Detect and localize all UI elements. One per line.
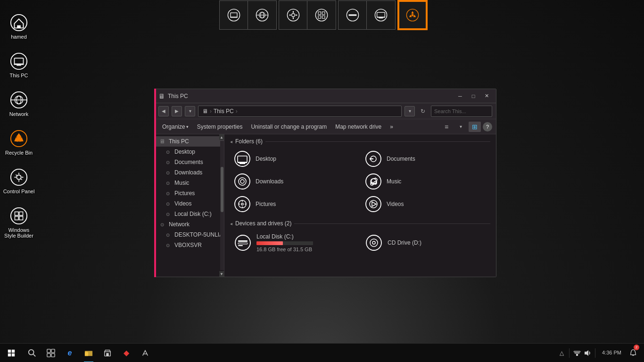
toolbar-btn-recycle[interactable] <box>398 1 427 29</box>
svg-point-2 <box>11 53 27 69</box>
desktop-icon-this-pc[interactable]: This PC <box>0 48 38 82</box>
forward-button[interactable]: ▶ <box>172 106 182 116</box>
search-button[interactable] <box>23 344 41 362</box>
sidebar-item-desktop[interactable]: ⊙ Desktop <box>155 147 224 157</box>
tray-volume-icon[interactable] <box>583 348 592 358</box>
desktop-icon-control-panel[interactable]: Control Panel <box>0 164 38 198</box>
svg-marker-93 <box>585 350 588 356</box>
toolbar-btn-settings[interactable] <box>279 1 307 29</box>
pc-icon <box>9 52 28 71</box>
home-icon <box>9 13 28 32</box>
view-dropdown-button[interactable]: ▾ <box>454 122 467 132</box>
explorer-taskbar-button[interactable] <box>79 344 98 362</box>
network-icon <box>9 90 28 109</box>
folder-item-downloads[interactable]: Downloads <box>230 171 359 192</box>
sidebar-item-documents[interactable]: ⊙ Documents <box>155 157 224 167</box>
menu-organize-arrow: ▾ <box>186 124 189 129</box>
sidebar-label-vboxsvr: VBOXSVR <box>174 242 202 248</box>
desktop-icon-network[interactable]: Network <box>0 87 38 121</box>
window-title-left: 🖥 This PC <box>158 92 188 100</box>
sidebar-scrollbar-thumb[interactable] <box>221 167 223 212</box>
view-tiles-button[interactable]: ⊞ <box>469 122 481 132</box>
app2-taskbar-button[interactable] <box>136 344 155 362</box>
close-button[interactable]: ✕ <box>481 92 492 100</box>
sidebar-item-this-pc[interactable]: 🖥 This PC <box>155 136 224 147</box>
search-box[interactable]: Search This... <box>431 106 492 117</box>
notification-button[interactable]: 2 <box>626 344 640 362</box>
tray-arrow-icon[interactable]: △ <box>557 348 566 358</box>
menu-system-properties[interactable]: System properties <box>193 122 247 132</box>
sidebar-scrollbar-track[interactable] <box>220 141 224 270</box>
svg-rect-14 <box>15 212 18 215</box>
svg-rect-45 <box>238 162 247 163</box>
sidebar-item-vboxsvr[interactable]: ⊙ VBOXSVR <box>155 240 224 250</box>
sidebar-item-videos[interactable]: ⊙ Videos <box>155 198 224 209</box>
drives-triangle[interactable]: ◂ <box>230 221 232 226</box>
start-button[interactable] <box>0 344 23 362</box>
svg-point-73 <box>370 239 378 247</box>
svg-rect-4 <box>14 64 24 65</box>
desktop-icon-hamed[interactable]: hamed <box>0 9 38 43</box>
edge-button[interactable]: e <box>60 344 79 362</box>
sidebar-item-local-disk[interactable]: ⊙ Local Disk (C:) <box>155 209 224 219</box>
clock[interactable]: 4:36 PM <box>598 349 625 356</box>
view-details-button[interactable]: ≡ <box>440 122 453 132</box>
svg-point-25 <box>287 9 299 21</box>
folders-title: Folders (6) <box>235 138 263 145</box>
minimize-button[interactable]: ─ <box>454 92 466 100</box>
menu-bar: Organize ▾ System properties Uninstall o… <box>155 119 496 134</box>
drive-item-c[interactable]: Local Disk (C:) 16.8 GB free of 31.5 GB <box>230 230 359 255</box>
folder-item-pictures[interactable]: Pictures <box>230 194 359 214</box>
explorer-window: 🖥 This PC ─ □ ✕ ◀ ▶ ▾ 🖥 › This PC › ▾ ↻ … <box>154 89 496 277</box>
svg-rect-20 <box>230 17 237 17</box>
maximize-button[interactable]: □ <box>468 92 479 100</box>
folder-item-videos[interactable]: Videos <box>361 194 490 214</box>
svg-marker-67 <box>372 202 376 206</box>
folder-item-desktop[interactable]: Desktop <box>230 148 359 169</box>
address-text: This PC <box>214 108 234 115</box>
toolbar-btn-display[interactable] <box>367 1 395 29</box>
folder-item-documents[interactable]: Documents <box>361 148 490 169</box>
window-controls: ─ □ ✕ <box>454 92 492 100</box>
svg-rect-39 <box>377 12 385 17</box>
sidebar-item-pictures[interactable]: ⊙ Pictures <box>155 188 224 198</box>
folders-triangle[interactable]: ◂ <box>230 139 232 144</box>
toolbar-btn-minus[interactable] <box>339 1 367 29</box>
drive-item-d[interactable]: CD Drive (D:) <box>361 230 490 255</box>
menu-organize[interactable]: Organize ▾ <box>158 122 192 132</box>
desktop-icon-style-builder[interactable]: Windows Style Builder <box>0 203 38 242</box>
sidebar-item-downloads[interactable]: ⊙ Downloads <box>155 167 224 178</box>
search-placeholder: Search This... <box>434 108 466 114</box>
address-pc-icon: 🖥 <box>202 108 208 115</box>
toolbar-btn-pc[interactable] <box>220 1 248 29</box>
help-button[interactable]: ? <box>483 122 492 132</box>
svg-point-26 <box>291 14 295 17</box>
svg-rect-71 <box>238 245 243 246</box>
tray-network-icon[interactable] <box>572 348 582 358</box>
toolbar-btn-apps[interactable] <box>307 1 336 29</box>
desktop-icon-recycle-bin[interactable]: Recycle Bin <box>0 125 38 159</box>
dropdown-button[interactable]: ▾ <box>185 106 195 116</box>
menu-uninstall[interactable]: Uninstall or change a program <box>247 122 330 132</box>
toolbar-btn-network[interactable] <box>248 1 276 29</box>
menu-map-drive[interactable]: Map network drive <box>331 122 385 132</box>
back-button[interactable]: ◀ <box>158 106 169 116</box>
address-dropdown-button[interactable]: ▾ <box>405 106 415 116</box>
refresh-button[interactable]: ↻ <box>418 106 428 116</box>
sidebar-item-network[interactable]: ⊙ Network <box>155 219 224 230</box>
app1-taskbar-button[interactable]: ◆ <box>117 344 136 362</box>
svg-point-13 <box>11 208 27 224</box>
sidebar-item-desktop5unliac[interactable]: ⊙ DESKTOP-5UNLIAC <box>155 230 224 240</box>
svg-rect-1 <box>17 25 21 28</box>
sidebar-scroll-down[interactable]: ▼ <box>219 271 224 277</box>
sidebar-item-music[interactable]: ⊙ Music <box>155 178 224 188</box>
drive-icon-c <box>234 234 252 252</box>
store-taskbar-button[interactable] <box>98 344 117 362</box>
folder-item-music[interactable]: Music <box>361 171 490 192</box>
address-path[interactable]: 🖥 › This PC › <box>198 106 402 117</box>
sidebar-scroll-up[interactable]: ▲ <box>219 134 224 140</box>
toolbar-group-2 <box>279 0 336 30</box>
task-view-button[interactable] <box>41 344 60 362</box>
menu-more[interactable]: » <box>386 122 397 132</box>
drives-title: Devices and drives (2) <box>235 220 291 227</box>
